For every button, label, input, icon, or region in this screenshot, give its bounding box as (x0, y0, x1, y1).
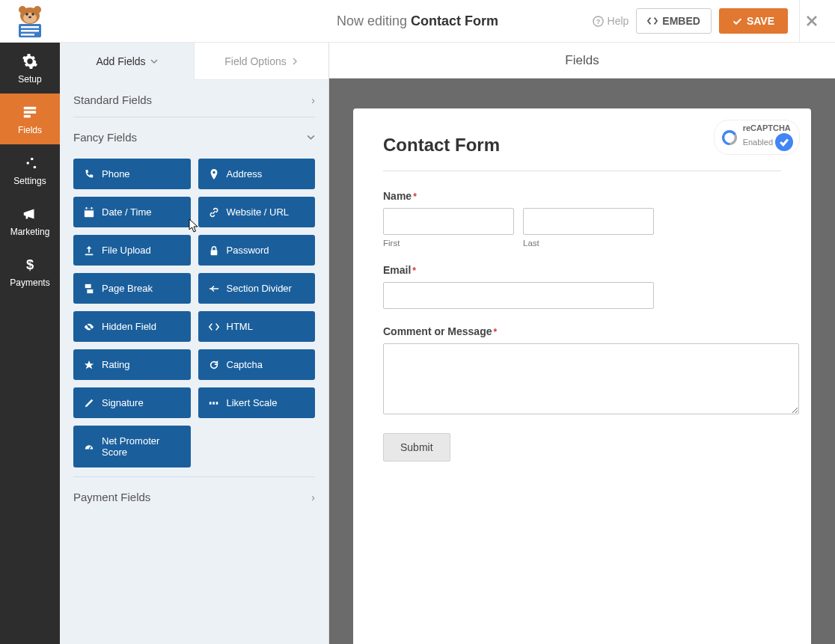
svg-text:$: $ (26, 257, 34, 272)
section-standard-fields[interactable]: Standard Fields › (73, 80, 315, 117)
nav-fields[interactable]: Fields (0, 93, 60, 144)
field-address[interactable]: Address (198, 159, 316, 189)
first-sublabel: First (383, 239, 514, 248)
calendar-icon (84, 207, 94, 218)
field-section[interactable]: Section Divider (198, 273, 316, 304)
svg-rect-23 (91, 207, 93, 209)
svg-rect-29 (212, 402, 215, 405)
svg-rect-22 (86, 207, 88, 209)
comment-input[interactable] (383, 343, 799, 414)
chevron-right-icon: › (311, 94, 315, 106)
field-nps[interactable]: Net Promoter Score (73, 426, 191, 467)
chevron-down-icon (150, 58, 158, 65)
comment-field[interactable]: Comment or Message* (383, 325, 781, 417)
email-label: Email* (383, 264, 781, 276)
chevron-right-icon: › (311, 491, 315, 503)
code-icon (647, 16, 658, 26)
chevron-right-icon (291, 58, 299, 65)
svg-point-1 (19, 6, 26, 13)
gear-icon (22, 53, 38, 70)
email-field[interactable]: Email* (383, 264, 781, 309)
close-icon (806, 15, 818, 27)
chevron-down-icon (307, 133, 315, 141)
field-phone[interactable]: Phone (73, 159, 191, 189)
eye-slash-icon (84, 322, 94, 332)
name-label: Name* (383, 190, 781, 202)
field-pagebreak[interactable]: Page Break (73, 273, 191, 304)
field-website[interactable]: Website / URL (198, 197, 316, 227)
svg-point-4 (25, 13, 28, 16)
svg-rect-10 (21, 34, 34, 36)
form-icon (22, 104, 38, 120)
help-icon: ? (593, 16, 604, 27)
svg-rect-28 (209, 402, 211, 405)
save-button[interactable]: SAVE (719, 8, 788, 34)
pencil-icon (84, 398, 94, 408)
pagebreak-icon (84, 283, 94, 294)
field-signature[interactable]: Signature (73, 387, 191, 418)
fields-sidebar: Add Fields Field Options Standard Fields… (60, 43, 329, 644)
field-html[interactable]: HTML (198, 311, 316, 342)
field-datetime[interactable]: Date / Time (73, 197, 191, 227)
comment-label: Comment or Message* (383, 325, 781, 337)
close-button[interactable] (799, 0, 824, 43)
svg-rect-26 (87, 289, 93, 292)
svg-point-18 (34, 166, 37, 169)
svg-rect-15 (24, 115, 31, 118)
nav-payments[interactable]: $ Payments (0, 246, 60, 297)
first-name-input[interactable] (383, 208, 514, 235)
refresh-icon (209, 360, 219, 370)
svg-rect-25 (85, 283, 91, 287)
svg-rect-9 (21, 30, 39, 32)
recaptcha-badge[interactable]: reCAPTCHA Enabled (714, 120, 800, 155)
embed-button[interactable]: EMBED (636, 8, 712, 34)
section-fancy-fields[interactable]: Fancy Fields (73, 117, 315, 154)
tab-field-options[interactable]: Field Options (194, 43, 328, 80)
phone-icon (84, 169, 94, 180)
svg-rect-30 (215, 402, 218, 405)
svg-point-6 (28, 16, 31, 18)
divider (383, 171, 781, 171)
gauge-icon (84, 441, 94, 452)
recaptcha-icon (721, 129, 738, 147)
check-icon (732, 16, 742, 26)
code-icon (209, 322, 219, 332)
field-upload[interactable]: File Upload (73, 235, 191, 266)
svg-point-2 (34, 6, 41, 13)
star-icon (84, 360, 94, 370)
svg-text:?: ? (596, 18, 600, 25)
last-sublabel: Last (523, 239, 654, 248)
email-input[interactable] (383, 282, 654, 309)
field-captcha[interactable]: Captcha (198, 349, 316, 380)
tab-add-fields[interactable]: Add Fields (60, 43, 194, 80)
field-hidden[interactable]: Hidden Field (73, 311, 191, 342)
lock-icon (209, 245, 219, 256)
nav-setup[interactable]: Setup (0, 43, 60, 93)
svg-rect-14 (24, 111, 37, 114)
svg-rect-8 (21, 26, 39, 28)
main-nav: Setup Fields Settings Marketing $ Paymen… (0, 43, 60, 644)
field-likert[interactable]: Likert Scale (198, 387, 316, 418)
center-title: Fields (329, 43, 835, 79)
section-payment-fields[interactable]: Payment Fields › (73, 477, 315, 514)
link-icon (209, 207, 219, 218)
verified-icon (775, 133, 793, 151)
field-password[interactable]: Password (198, 235, 316, 266)
svg-rect-13 (24, 107, 37, 110)
pin-icon (209, 169, 219, 180)
sliders-icon (22, 155, 38, 171)
nav-settings[interactable]: Settings (0, 144, 60, 195)
nav-marketing[interactable]: Marketing (0, 195, 60, 246)
submit-button[interactable]: Submit (383, 433, 450, 461)
name-field[interactable]: Name* First Last (383, 190, 781, 248)
last-name-input[interactable] (523, 208, 654, 235)
help-link[interactable]: ? Help (593, 15, 629, 27)
divider-icon (209, 283, 219, 294)
app-logo (0, 4, 60, 38)
svg-point-16 (31, 158, 34, 161)
field-rating[interactable]: Rating (73, 349, 191, 380)
svg-point-5 (31, 13, 34, 16)
form-preview: reCAPTCHA Enabled Contact Form Name* Fir… (353, 108, 811, 644)
megaphone-icon (22, 206, 38, 222)
dollar-icon: $ (22, 257, 38, 273)
